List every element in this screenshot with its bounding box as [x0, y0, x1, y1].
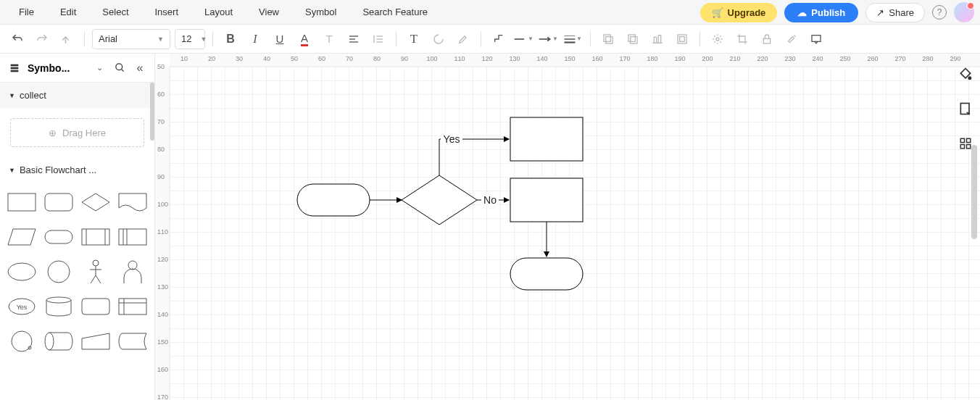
align-objects-icon[interactable]	[647, 29, 668, 49]
shape-user[interactable]	[116, 258, 150, 286]
ruler-tick: 190	[674, 55, 685, 62]
shape-predefined-alt[interactable]	[116, 223, 150, 251]
line-style-icon[interactable]: ▼	[513, 29, 533, 49]
menu-view[interactable]: View	[246, 2, 292, 22]
shape-stored-data[interactable]	[116, 328, 150, 355]
svg-point-20	[716, 38, 719, 41]
flow-end-terminator[interactable]	[510, 258, 583, 290]
ruler-tick: 90	[401, 55, 408, 62]
shape-document[interactable]	[116, 188, 150, 216]
svg-marker-31	[8, 229, 36, 245]
ruler-tick: 30	[236, 55, 243, 62]
text-style-icon[interactable]: T	[319, 29, 339, 49]
shape-rounded-rect[interactable]	[41, 188, 75, 216]
expand-icon[interactable]: ⌄	[92, 63, 107, 72]
connector-icon[interactable]	[489, 29, 509, 49]
svg-rect-32	[45, 230, 72, 243]
ruler-tick: 80	[373, 55, 381, 62]
shape-person[interactable]	[79, 258, 113, 286]
avatar[interactable]	[954, 2, 974, 22]
rotate-icon[interactable]	[428, 29, 449, 49]
flow-label-no: No	[483, 194, 497, 206]
search-icon[interactable]	[112, 62, 127, 73]
shape-connector-circle[interactable]	[4, 328, 38, 355]
tools-icon[interactable]	[781, 29, 802, 49]
canvas-scrollbar[interactable]	[971, 145, 977, 239]
shape-manual-input[interactable]	[79, 328, 113, 355]
share-button[interactable]: ↗ Share	[865, 3, 925, 22]
ruler-tick: 220	[757, 55, 768, 62]
format-painter-icon[interactable]	[57, 29, 77, 49]
menu-symbol[interactable]: Symbol	[292, 2, 349, 22]
line-weight-icon[interactable]: ▼	[562, 29, 583, 49]
shape-circle[interactable]	[41, 258, 75, 286]
section-basic-title[interactable]: ▼ Basic Flowchart ...	[0, 157, 154, 183]
upgrade-label: Upgrade	[728, 7, 766, 18]
ruler-tick: 250	[839, 55, 850, 62]
bring-forward-icon[interactable]	[623, 29, 643, 49]
flow-process-yes[interactable]	[510, 117, 583, 161]
menu-search-feature[interactable]: Search Feature	[349, 2, 441, 22]
ruler-tick: 90	[157, 173, 165, 180]
shape-internal-storage[interactable]	[116, 293, 150, 320]
publish-button[interactable]: ☁ Publish	[784, 3, 858, 22]
undo-icon[interactable]	[7, 29, 28, 49]
separator	[396, 31, 396, 47]
flow-process-no[interactable]	[510, 178, 583, 222]
shape-direct-data[interactable]	[41, 328, 75, 355]
shape-database[interactable]	[41, 293, 75, 320]
ruler-tick: 60	[318, 55, 325, 62]
shape-rectangle[interactable]	[4, 188, 38, 216]
send-backward-icon[interactable]	[598, 29, 618, 49]
shape-ellipse[interactable]	[4, 258, 38, 286]
bold-icon[interactable]: B	[220, 29, 241, 49]
menu-layout[interactable]: Layout	[191, 2, 246, 22]
ruler-tick: 130	[509, 55, 520, 62]
svg-line-44	[91, 275, 96, 283]
effects-icon[interactable]	[707, 29, 728, 49]
sidebar-scrollbar[interactable]	[150, 83, 154, 141]
font-color-icon[interactable]: A	[294, 29, 315, 49]
shape-predefined[interactable]	[79, 223, 113, 251]
menu-edit[interactable]: Edit	[47, 2, 89, 22]
shape-terminator[interactable]	[41, 223, 75, 251]
lock-icon[interactable]	[757, 29, 777, 49]
menu-insert[interactable]: Insert	[142, 2, 192, 22]
italic-icon[interactable]: I	[245, 29, 265, 49]
font-select[interactable]: Arial ▼	[92, 29, 170, 49]
collapse-sidebar-icon[interactable]: «	[133, 62, 147, 75]
upgrade-button[interactable]: 🛒 Upgrade	[700, 3, 778, 22]
shape-card[interactable]	[79, 293, 113, 320]
svg-point-49	[46, 297, 71, 303]
canvas[interactable]: 10 20 30 40 50 60 70 80 90 100 110 120 1…	[155, 54, 980, 400]
shape-parallelogram[interactable]	[4, 223, 38, 251]
svg-rect-25	[11, 70, 19, 72]
library-icon[interactable]	[7, 62, 22, 74]
ruler-tick: 40	[263, 55, 270, 62]
svg-marker-57	[82, 333, 109, 349]
section-collect-title[interactable]: ▼ collect	[0, 83, 154, 108]
font-size-select[interactable]: 12 ▼	[175, 29, 205, 49]
page-settings-icon[interactable]	[955, 99, 976, 119]
flow-decision-diamond[interactable]	[402, 175, 477, 225]
shape-diamond[interactable]	[79, 188, 113, 216]
drop-zone[interactable]: ⊕ Drag Here	[10, 118, 144, 147]
flow-label-yes: Yes	[444, 133, 460, 145]
menu-file[interactable]: File	[6, 2, 47, 22]
underline-icon[interactable]: U	[270, 29, 290, 49]
menu-select[interactable]: Select	[89, 2, 141, 22]
separator	[212, 31, 213, 47]
group-icon[interactable]	[672, 29, 692, 49]
redo-icon[interactable]	[32, 29, 52, 49]
insert-text-icon[interactable]: T	[404, 29, 424, 49]
flow-start-terminator[interactable]	[297, 184, 370, 216]
line-spacing-icon[interactable]	[368, 29, 389, 49]
highlighter-icon[interactable]	[453, 29, 473, 49]
align-icon[interactable]	[344, 29, 364, 49]
presentation-icon[interactable]	[806, 29, 826, 49]
help-icon[interactable]: ?	[932, 5, 947, 20]
arrow-style-icon[interactable]: ▼	[538, 29, 558, 49]
crop-icon[interactable]	[732, 29, 752, 49]
shape-yes-connector[interactable]: Yes	[4, 293, 38, 320]
fill-icon[interactable]	[955, 64, 976, 84]
